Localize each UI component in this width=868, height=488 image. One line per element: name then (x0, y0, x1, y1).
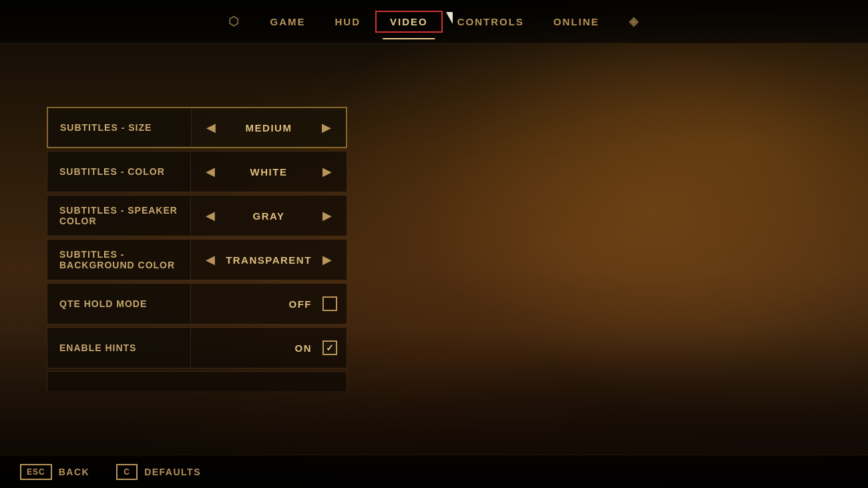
subtitles-speaker-color-label: Subtitles - Speaker Color (47, 196, 191, 236)
tab-game[interactable]: GAME (255, 11, 320, 33)
tab-game-label: GAME (270, 16, 305, 27)
back-key: ESC (20, 464, 52, 480)
subtitles-bg-left-arrow[interactable]: ◀ (200, 251, 220, 268)
nav-icon-left: ⬡ (214, 9, 255, 34)
tab-online-label: ONLINE (554, 16, 600, 27)
settings-panel: Subtitles - Size ◀ Medium ▶ Subtitles - … (47, 107, 347, 391)
defaults-key: C (116, 464, 138, 480)
subtitles-size-right-arrow[interactable]: ▶ (316, 119, 337, 136)
subtitles-color-value: White (220, 166, 317, 178)
subtitles-size-control: ◀ Medium ▶ (192, 108, 346, 147)
enable-hints-control: On (191, 328, 347, 368)
subtitles-size-left-arrow[interactable]: ◀ (201, 119, 221, 136)
mouse-cursor (446, 12, 453, 24)
tab-video[interactable]: VIDEO (375, 11, 443, 33)
tab-video-label: VIDEO (390, 16, 428, 27)
subtitles-bg-right-arrow[interactable]: ▶ (317, 251, 337, 268)
bottom-bar: ESC Back C Defaults (0, 455, 868, 488)
defaults-hint[interactable]: C Defaults (116, 464, 201, 480)
tab-hud-label: HUD (335, 16, 361, 27)
enable-hints-value: On (295, 342, 312, 354)
subtitles-speaker-right-arrow[interactable]: ▶ (317, 207, 337, 224)
enable-hints-checkbox[interactable] (322, 340, 337, 355)
tab-online[interactable]: ONLINE (539, 11, 614, 33)
qte-hold-mode-label: QTE Hold Mode (47, 284, 191, 324)
back-label: Back (59, 467, 89, 477)
subtitles-color-right-arrow[interactable]: ▶ (317, 163, 337, 180)
back-hint[interactable]: ESC Back (20, 464, 89, 480)
qte-hold-mode-control: Off (191, 284, 347, 324)
nav-icon-right: ◈ (614, 9, 654, 34)
subtitles-color-control: ◀ White ▶ (191, 152, 347, 192)
setting-row-subtitles-size: Subtitles - Size ◀ Medium ▶ (47, 107, 347, 148)
subtitles-bg-color-label: Subtitles - Background Color (47, 240, 191, 280)
setting-row-enable-hints: Enable Hints On (47, 327, 347, 369)
defaults-label: Defaults (144, 467, 201, 477)
tab-controls[interactable]: CONTROLS (443, 11, 539, 33)
subtitles-color-left-arrow[interactable]: ◀ (200, 163, 220, 180)
enable-hints-label: Enable Hints (47, 328, 191, 368)
tab-hud[interactable]: HUD (320, 11, 375, 33)
qte-hold-mode-checkbox[interactable] (322, 296, 337, 311)
subtitles-bg-color-value: Transparent (220, 254, 317, 266)
setting-row-subtitles-bg-color: Subtitles - Background Color ◀ Transpare… (47, 239, 347, 280)
subtitles-bg-color-control: ◀ Transparent ▶ (191, 240, 347, 280)
subtitles-size-label: Subtitles - Size (48, 108, 192, 147)
tab-controls-label: CONTROLS (457, 16, 524, 27)
subtitles-color-label: Subtitles - Color (47, 152, 191, 192)
setting-row-subtitles-speaker-color: Subtitles - Speaker Color ◀ Gray ▶ (47, 195, 347, 236)
setting-row-partial (47, 371, 347, 391)
qte-hold-mode-value: Off (289, 298, 312, 310)
setting-row-subtitles-color: Subtitles - Color ◀ White ▶ (47, 151, 347, 192)
subtitles-speaker-left-arrow[interactable]: ◀ (200, 207, 220, 224)
subtitles-speaker-color-value: Gray (220, 210, 317, 222)
navigation-bar: ⬡ GAME HUD VIDEO CONTROLS ONLINE ◈ (0, 0, 868, 43)
subtitles-speaker-color-control: ◀ Gray ▶ (191, 196, 347, 236)
subtitles-size-value: Medium (221, 122, 316, 134)
setting-row-qte-hold-mode: QTE Hold Mode Off (47, 283, 347, 324)
